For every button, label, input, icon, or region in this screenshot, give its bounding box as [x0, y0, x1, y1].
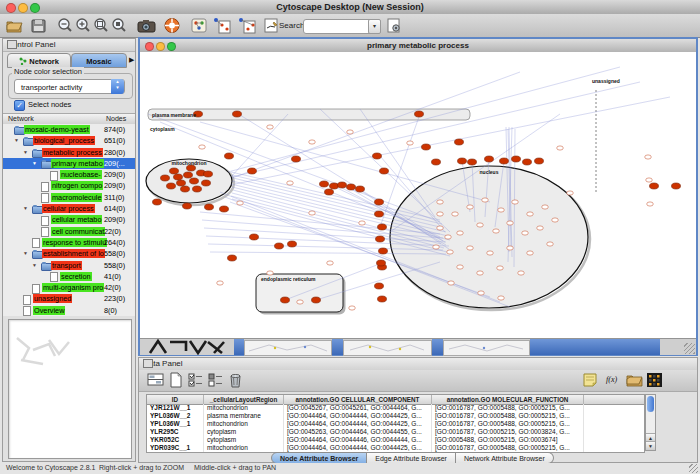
float-panel-icon[interactable]	[7, 40, 17, 49]
node[interactable]	[498, 296, 505, 300]
node[interactable]	[375, 211, 384, 217]
select-nodes-checkbox[interactable]: ✓	[14, 100, 25, 111]
region-nucleus[interactable]	[390, 166, 588, 308]
zoom-out-icon[interactable]	[56, 17, 74, 34]
node[interactable]	[552, 218, 559, 222]
notes-icon[interactable]	[582, 372, 599, 388]
node[interactable]	[205, 204, 214, 210]
delete-attribute-icon[interactable]	[227, 372, 244, 388]
tree-item[interactable]: cell communicat22(0)	[3, 226, 135, 237]
node[interactable]	[250, 234, 259, 240]
node[interactable]	[432, 159, 441, 165]
node[interactable]	[237, 201, 244, 205]
window-edge[interactable]	[332, 339, 343, 355]
node[interactable]	[225, 153, 234, 159]
tree-item[interactable]: ▼primary metabo209(...	[3, 158, 135, 169]
search-input[interactable]	[303, 19, 373, 34]
help-icon[interactable]	[163, 17, 181, 34]
node[interactable]	[373, 153, 382, 159]
node[interactable]	[646, 178, 653, 182]
node[interactable]	[485, 156, 494, 162]
node[interactable]	[542, 205, 549, 209]
node[interactable]	[567, 191, 574, 195]
tree-item[interactable]: cellular metabo209(0)	[3, 214, 135, 225]
disclosure-icon[interactable]: ▼	[23, 250, 28, 256]
node[interactable]	[522, 231, 529, 235]
node[interactable]	[161, 175, 170, 181]
table-row[interactable]: YDR039C__1mitochondrion[GO:0044464, GO:0…	[147, 444, 644, 452]
node[interactable]	[327, 261, 334, 265]
node[interactable]	[309, 140, 316, 144]
tree-item[interactable]: multi-organism pro42(0)	[3, 282, 135, 293]
node[interactable]	[457, 231, 464, 235]
disclosure-icon[interactable]: ▼	[32, 262, 37, 268]
tree-item[interactable]: nitrogen compo209(0)	[3, 180, 135, 191]
node[interactable]	[347, 130, 354, 134]
node[interactable]	[199, 145, 206, 149]
node[interactable]	[487, 251, 494, 255]
node[interactable]	[288, 241, 297, 247]
table-row[interactable]: YPL036W__1mitochondrion[GO:0044464, GO:0…	[147, 420, 644, 428]
tree-item[interactable]: ▼metabolic process280(0)	[3, 147, 135, 158]
new-attribute-icon[interactable]	[167, 372, 184, 388]
network-canvas[interactable]: plasma membranecytoplasmmitochondrionnuc…	[140, 52, 696, 338]
node[interactable]	[349, 306, 356, 310]
scrollbar-thumb[interactable]	[647, 396, 654, 412]
node[interactable]	[378, 224, 387, 230]
float-panel-icon[interactable]	[143, 359, 153, 368]
node[interactable]	[375, 283, 384, 289]
node[interactable]	[650, 183, 659, 189]
node[interactable]	[547, 242, 554, 246]
window-resize-grip-icon[interactable]	[689, 464, 698, 473]
node[interactable]	[181, 186, 190, 192]
node[interactable]	[275, 243, 284, 249]
node[interactable]	[407, 141, 414, 145]
node[interactable]	[267, 271, 274, 275]
node[interactable]	[445, 235, 452, 239]
tree-item[interactable]: ▼biological_process651(0)	[3, 135, 135, 146]
scroll-down-icon[interactable]: ▼	[646, 441, 655, 450]
node[interactable]	[647, 202, 654, 206]
window-edge[interactable]	[234, 339, 244, 355]
node[interactable]	[512, 200, 519, 204]
column-header[interactable]: annotation.GO CELLULAR_COMPONENT	[284, 395, 432, 404]
node[interactable]	[537, 226, 544, 230]
tab-overflow-icon[interactable]: ▶	[129, 56, 134, 64]
window-thumbnail[interactable]	[443, 340, 530, 356]
node[interactable]	[356, 186, 365, 192]
node[interactable]	[153, 199, 162, 205]
node[interactable]	[217, 281, 224, 285]
node[interactable]	[507, 246, 514, 250]
annotation-icon[interactable]	[262, 17, 280, 34]
node[interactable]	[233, 111, 242, 117]
column-header[interactable]: _cellularLayoutRegion	[204, 395, 284, 404]
node[interactable]	[422, 144, 431, 150]
select-attributes-icon[interactable]	[187, 372, 204, 388]
node[interactable]	[433, 245, 440, 249]
node[interactable]	[512, 156, 521, 162]
node[interactable]	[478, 291, 485, 295]
node[interactable]	[437, 226, 444, 230]
node[interactable]	[184, 172, 193, 178]
node[interactable]	[493, 229, 500, 233]
node[interactable]	[248, 168, 257, 174]
window-thumbnail[interactable]	[244, 340, 332, 356]
node[interactable]	[468, 159, 477, 165]
tree-item[interactable]: ▼cellular process614(0)	[3, 203, 135, 214]
resize-grip-icon[interactable]	[684, 343, 695, 354]
tree-item[interactable]: ▼establishment of lo558(0)	[3, 248, 135, 259]
node[interactable]	[507, 221, 514, 225]
window-edge[interactable]	[530, 339, 660, 355]
birdseye-icon[interactable]	[190, 17, 208, 34]
node[interactable]	[190, 178, 199, 184]
node[interactable]	[645, 155, 652, 159]
table-row[interactable]: YLR295Ccytoplasm[GO:0045263, GO:0044464,…	[147, 428, 644, 436]
search-dropdown-icon[interactable]: ▾	[368, 19, 381, 34]
node[interactable]	[228, 255, 237, 261]
node[interactable]	[518, 271, 525, 275]
node[interactable]	[672, 183, 681, 189]
node[interactable]	[455, 139, 464, 145]
tree-item[interactable]: secretion41(0)	[3, 271, 135, 282]
node[interactable]	[467, 205, 474, 209]
node[interactable]	[183, 203, 192, 209]
